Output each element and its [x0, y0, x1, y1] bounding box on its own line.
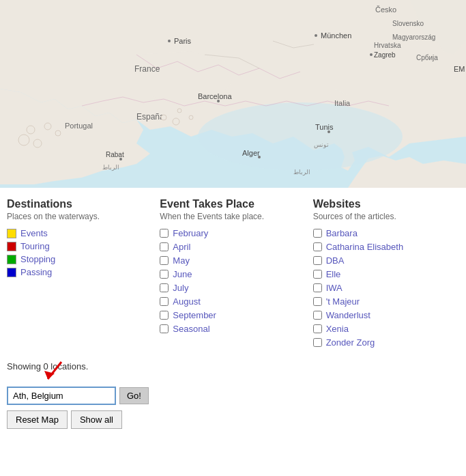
- event-checkbox-february[interactable]: [160, 229, 169, 238]
- passing-link[interactable]: Passing: [20, 267, 52, 277]
- svg-point-31: [173, 118, 179, 125]
- website-checkbox-dba[interactable]: [313, 256, 322, 265]
- website-checkbox-item: Barbara: [313, 228, 459, 238]
- events-color-box: [7, 229, 16, 238]
- event-checkbox-item: August: [160, 296, 306, 307]
- svg-text:Paris: Paris: [174, 37, 192, 45]
- svg-text:Србија: Србија: [416, 54, 438, 61]
- svg-text:تونس: تونس: [314, 141, 329, 149]
- location-input[interactable]: [7, 387, 116, 405]
- website-checkbox-item: DBA: [313, 255, 459, 266]
- website-link-zonder-zorg[interactable]: Zonder Zorg: [326, 337, 375, 348]
- legend-stopping: Stopping: [7, 254, 153, 264]
- events-link[interactable]: Events: [20, 228, 48, 238]
- svg-point-24: [370, 53, 373, 56]
- svg-text:Tunis: Tunis: [315, 123, 334, 131]
- website-checkbox-item: Elle: [313, 269, 459, 279]
- go-button[interactable]: Go!: [119, 387, 149, 404]
- website-checkbox-item: Xenia: [313, 324, 459, 334]
- event-checkbox-item: June: [160, 269, 306, 279]
- destinations-column: Destinations Places on the waterways. Ev…: [7, 198, 153, 351]
- event-checkbox-april[interactable]: [160, 242, 169, 251]
- touring-color-box: [7, 242, 16, 251]
- event-link-august[interactable]: August: [173, 296, 200, 307]
- destinations-subtitle: Places on the waterways.: [7, 212, 153, 221]
- event-checkbox-september[interactable]: [160, 311, 169, 320]
- event-takes-place-subtitle: When the Events take place.: [160, 212, 306, 221]
- event-checkbox-item: April: [160, 242, 306, 252]
- website-checkbox-item: Wanderlust: [313, 310, 459, 320]
- event-link-september[interactable]: September: [173, 310, 216, 320]
- action-buttons: Reset Map Show all: [7, 410, 459, 429]
- event-link-april[interactable]: April: [173, 242, 190, 252]
- svg-point-29: [177, 109, 181, 113]
- legend-events: Events: [7, 228, 153, 238]
- svg-text:Italia: Italia: [334, 99, 351, 107]
- svg-point-2: [168, 40, 171, 42]
- event-link-february[interactable]: February: [173, 228, 208, 238]
- event-takes-place-title: Event Takes Place: [160, 198, 306, 210]
- website-link-catharina-elisabeth[interactable]: Catharina Elisabeth: [326, 242, 403, 252]
- website-checkbox-zonder-zorg[interactable]: [313, 338, 322, 347]
- svg-text:Alger: Alger: [242, 149, 260, 157]
- map-container: Paris München France España Barcelona Po…: [0, 0, 466, 188]
- website-checkbox-item: 't Majeur: [313, 296, 459, 307]
- event-checkbox-item: September: [160, 310, 306, 320]
- website-checkboxes: BarbaraCatharina ElisabethDBAElleIWA't M…: [313, 228, 459, 348]
- website-checkbox-item: Zonder Zorg: [313, 337, 459, 348]
- event-checkbox-item: February: [160, 228, 306, 238]
- svg-text:Portugal: Portugal: [65, 122, 93, 130]
- svg-point-32: [189, 115, 193, 120]
- svg-text:Česko: Česko: [375, 5, 396, 14]
- svg-point-1: [198, 102, 403, 171]
- svg-text:Slovensko: Slovensko: [392, 20, 424, 27]
- event-checkbox-seasonal[interactable]: [160, 324, 169, 333]
- website-link-t-majeur[interactable]: 't Majeur: [326, 296, 360, 307]
- website-checkbox-catharina-elisabeth[interactable]: [313, 242, 322, 251]
- event-checkbox-may[interactable]: [160, 256, 169, 265]
- website-checkbox-wanderlust[interactable]: [313, 311, 322, 320]
- footer-area: Showing 0 locations. Go! Reset Map Show …: [0, 358, 466, 439]
- event-link-may[interactable]: May: [173, 255, 190, 266]
- website-checkbox-barbara[interactable]: [313, 229, 322, 238]
- event-checkbox-july[interactable]: [160, 283, 169, 292]
- reset-map-button[interactable]: Reset Map: [7, 410, 68, 429]
- website-link-xenia[interactable]: Xenia: [326, 324, 349, 334]
- destinations-title: Destinations: [7, 198, 153, 210]
- svg-point-35: [55, 130, 61, 136]
- svg-text:France: France: [134, 64, 160, 74]
- event-checkbox-june[interactable]: [160, 270, 169, 279]
- svg-point-34: [44, 123, 51, 130]
- arrow-annotation: [41, 359, 82, 386]
- event-checkbox-august[interactable]: [160, 297, 169, 306]
- svg-point-37: [33, 139, 42, 148]
- svg-text:الرباط: الرباط: [293, 169, 310, 176]
- website-link-barbara[interactable]: Barbara: [326, 228, 358, 238]
- website-checkbox-xenia[interactable]: [313, 324, 322, 333]
- website-link-wanderlust[interactable]: Wanderlust: [326, 310, 370, 320]
- website-checkbox-t-majeur[interactable]: [313, 297, 322, 306]
- website-link-iwa[interactable]: IWA: [326, 283, 343, 293]
- event-checkbox-item: July: [160, 283, 306, 293]
- columns-row: Destinations Places on the waterways. Ev…: [0, 188, 466, 358]
- event-link-july[interactable]: July: [173, 283, 188, 293]
- event-takes-place-column: Event Takes Place When the Events take p…: [160, 198, 306, 351]
- touring-link[interactable]: Touring: [20, 241, 50, 251]
- website-checkbox-item: IWA: [313, 283, 459, 293]
- stopping-color-box: [7, 255, 16, 264]
- event-checkbox-item: Seasonal: [160, 324, 306, 334]
- stopping-link[interactable]: Stopping: [20, 254, 55, 264]
- svg-text:EM: EM: [454, 65, 465, 73]
- show-all-button[interactable]: Show all: [71, 410, 122, 429]
- website-checkbox-elle[interactable]: [313, 270, 322, 279]
- event-link-seasonal[interactable]: Seasonal: [173, 324, 209, 334]
- bottom-panel: Destinations Places on the waterways. Ev…: [0, 188, 466, 439]
- event-link-june[interactable]: June: [173, 269, 192, 279]
- svg-text:Magyarország: Magyarország: [392, 33, 435, 41]
- legend-touring: Touring: [7, 241, 153, 251]
- websites-subtitle: Sources of the articles.: [313, 212, 459, 221]
- passing-color-box: [7, 268, 16, 277]
- website-link-elle[interactable]: Elle: [326, 269, 341, 279]
- website-checkbox-iwa[interactable]: [313, 283, 322, 292]
- website-link-dba[interactable]: DBA: [326, 255, 345, 266]
